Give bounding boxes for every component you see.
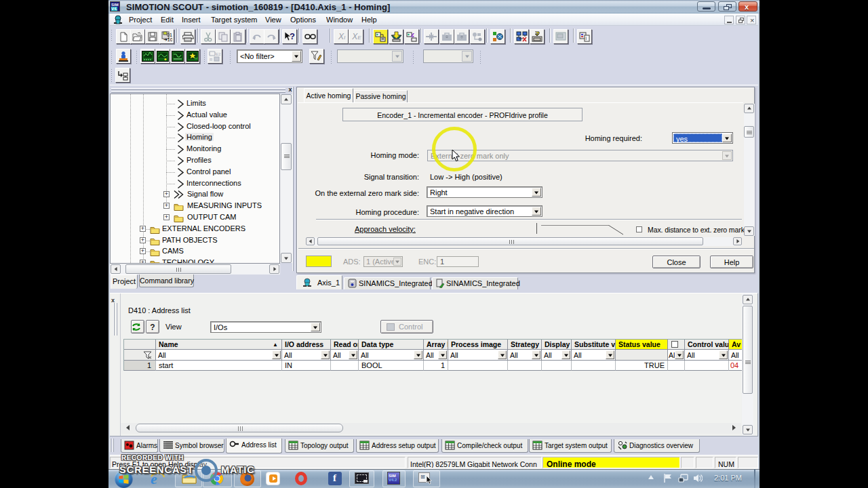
svg-text:01: 01 xyxy=(167,33,172,37)
svg-text:?: ? xyxy=(290,31,295,41)
svg-text:R: R xyxy=(210,58,213,62)
svg-text:➔10: ➔10 xyxy=(163,37,172,42)
svg-text:H: H xyxy=(195,56,197,60)
svg-text:E2: E2 xyxy=(216,52,221,56)
